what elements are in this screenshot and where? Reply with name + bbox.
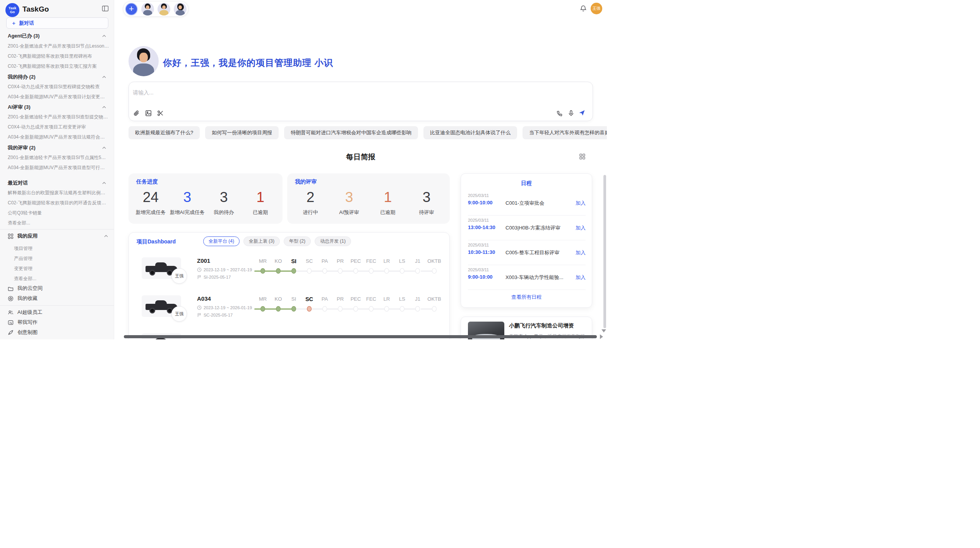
section-my-todo[interactable]: 我的待办 (2) bbox=[8, 74, 106, 80]
join-link[interactable]: 加入 bbox=[576, 200, 586, 207]
conversation-item[interactable]: C02-飞腾新能源轻客改款项目立项汇报方案 bbox=[8, 63, 109, 70]
schedule-item[interactable]: 2025/03/11 9:00-10:00 C001-立项审批会 加入 bbox=[468, 191, 586, 216]
conversation-item[interactable]: A034-全新新能源MUV产品开发项目计划变更表编写 bbox=[8, 94, 109, 100]
conversation-item[interactable]: Z001-全新燃油轻卡产品开发项目SI节点属性5D文件评审 bbox=[8, 154, 109, 161]
suggestion-chip[interactable]: 如何写一份清晰的项目周报 bbox=[205, 126, 279, 139]
tab-new-body[interactable]: 全新上装 (3) bbox=[243, 236, 280, 246]
member-avatar[interactable] bbox=[174, 3, 187, 15]
chat-input[interactable] bbox=[133, 87, 559, 98]
chevron-up-icon[interactable] bbox=[102, 34, 106, 38]
new-chat-button[interactable]: ＋新对话 bbox=[6, 17, 108, 29]
milestone-ls[interactable]: LS bbox=[394, 258, 410, 281]
milestone-si[interactable]: SI bbox=[286, 296, 302, 319]
section-my-review[interactable]: 我的评审 (2) bbox=[8, 144, 106, 151]
conversation-item[interactable]: C0X4-动力总成开发项目工程变更评审 bbox=[8, 124, 109, 130]
milestone-fec[interactable]: FEC bbox=[363, 296, 379, 319]
creative-drawing[interactable]: 创意制图 bbox=[8, 329, 108, 336]
suggestion-chip[interactable]: 比亚迪全固态电池计划具体说了什么 bbox=[423, 126, 517, 139]
app-link-project-mgmt[interactable]: 项目管理 bbox=[14, 245, 109, 252]
chevron-up-icon[interactable] bbox=[102, 146, 106, 150]
conversation-item[interactable]: 解释最新出台的欧盟报废车法规再生塑料比例被调至15%... bbox=[8, 190, 109, 196]
view-all-schedule[interactable]: 查看所有日程 bbox=[461, 294, 592, 301]
vertical-scrollbar[interactable] bbox=[603, 175, 606, 328]
milestone-label: FEC bbox=[363, 296, 379, 302]
chevron-up-icon[interactable] bbox=[102, 105, 106, 110]
schedule-item[interactable]: 2025/03/11 10:30-11:30 C005-整车工程目标评审 加入 bbox=[468, 240, 586, 265]
milestone-pr[interactable]: PR bbox=[332, 296, 348, 319]
app-link-product-mgmt[interactable]: 产品管理 bbox=[14, 255, 109, 262]
view-all-chats[interactable]: 查看全部... bbox=[8, 220, 109, 226]
send-icon[interactable] bbox=[579, 110, 585, 116]
section-ai-review[interactable]: AI评审 (3) bbox=[8, 104, 106, 111]
my-favorites[interactable]: 我的收藏 bbox=[8, 295, 108, 302]
milestone-sc[interactable]: SC bbox=[302, 258, 317, 281]
suggestion-chip[interactable]: 当下年轻人对汽车外观有怎样的喜好趋势 bbox=[523, 126, 607, 139]
attachment-icon[interactable] bbox=[133, 110, 140, 116]
member-avatar[interactable] bbox=[141, 3, 154, 15]
milestone-lr[interactable]: LR bbox=[379, 258, 394, 281]
layout-grid-icon[interactable] bbox=[579, 153, 586, 160]
conversation-item[interactable]: C02-飞腾新能源轻客改款项目的闭环通告反馈情况 bbox=[8, 200, 109, 206]
horizontal-scrollbar[interactable] bbox=[124, 335, 597, 338]
add-member-button[interactable]: + bbox=[125, 3, 138, 15]
view-all-apps[interactable]: 查看全部... bbox=[14, 276, 109, 282]
help-me-write[interactable]: 帮我写作 bbox=[8, 319, 108, 326]
join-link[interactable]: 加入 bbox=[576, 249, 586, 256]
microphone-icon[interactable] bbox=[568, 110, 574, 116]
ai-super-staff[interactable]: AI超级员工 bbox=[8, 309, 108, 316]
image-icon[interactable] bbox=[145, 110, 152, 116]
milestone-ls[interactable]: LS bbox=[394, 296, 410, 319]
milestone-oktb[interactable]: OKTB bbox=[425, 296, 443, 319]
tab-year-model[interactable]: 年型 (2) bbox=[284, 236, 311, 246]
suggestion-chip[interactable]: 特朗普可能对进口汽车增税会对中国车企造成哪些影响 bbox=[284, 126, 418, 139]
conversation-item[interactable]: A034-全新新能源MUV产品开发项目造型可行性评审 bbox=[8, 164, 109, 171]
project-row-z001[interactable]: 王强 Z001 2023-12-19 ~ 2027-01-19 SI-2025-… bbox=[129, 254, 450, 292]
milestone-j1[interactable]: J1 bbox=[410, 258, 425, 281]
milestone-sc[interactable]: SC bbox=[302, 296, 317, 319]
scissors-icon[interactable] bbox=[157, 110, 164, 116]
join-link[interactable]: 加入 bbox=[576, 224, 586, 231]
schedule-item[interactable]: 2025/03/11 9:00-10:00 X003-车辆动力学性能验... 加… bbox=[468, 265, 586, 290]
milestone-ko[interactable]: KO bbox=[271, 296, 286, 319]
join-link[interactable]: 加入 bbox=[576, 274, 586, 281]
conversation-item[interactable]: C0X4-动力总成开发项目SI里程碑提交物检查 bbox=[8, 84, 109, 90]
conversation-item[interactable]: A034-全新新能源MUV产品开发项目法规符合性评审 bbox=[8, 134, 109, 140]
my-apps[interactable]: 我的应用 bbox=[8, 233, 108, 240]
conversation-item[interactable]: Z001-全新燃油轻卡产品开发项目SI造型提交物评审 bbox=[8, 114, 109, 120]
chevron-up-icon[interactable] bbox=[104, 234, 108, 238]
conversation-item[interactable]: C02-飞腾新能源轻客改款项目里程碑画布 bbox=[8, 53, 109, 60]
milestone-j1[interactable]: J1 bbox=[410, 296, 425, 319]
milestone-mr[interactable]: MR bbox=[255, 296, 271, 319]
chevron-up-icon[interactable] bbox=[102, 181, 106, 185]
milestone-oktb[interactable]: OKTB bbox=[425, 258, 443, 281]
section-recent-chats[interactable]: 最近对话 bbox=[8, 180, 106, 187]
member-avatar[interactable] bbox=[158, 3, 170, 15]
scroll-down-arrow[interactable] bbox=[601, 329, 606, 332]
user-avatar[interactable]: 王强 bbox=[591, 3, 602, 14]
milestone-pec[interactable]: PEC bbox=[348, 296, 363, 319]
phone-icon[interactable] bbox=[557, 110, 563, 117]
notification-bell-icon[interactable] bbox=[580, 5, 587, 12]
suggestion-chip[interactable]: 欧洲新规最近颁布了什么? bbox=[128, 126, 200, 139]
conversation-item[interactable]: 公司Q3轻卡销量 bbox=[8, 210, 109, 216]
milestone-pec[interactable]: PEC bbox=[348, 258, 363, 281]
conversation-item[interactable]: Z001-全新燃油皮卡产品开发项目SI节点Lesson Learn报告 bbox=[8, 43, 109, 50]
chevron-up-icon[interactable] bbox=[102, 75, 106, 79]
milestone-mr[interactable]: MR bbox=[255, 258, 271, 281]
section-agent-done[interactable]: Agent已办 (3) bbox=[8, 33, 106, 39]
milestone-fec[interactable]: FEC bbox=[363, 258, 379, 281]
sidebar-collapse-icon[interactable] bbox=[102, 5, 109, 12]
tab-powertrain[interactable]: 动总开发 (1) bbox=[315, 236, 351, 246]
tab-all-new-platform[interactable]: 全新平台 (4) bbox=[203, 236, 240, 246]
app-link-change-mgmt[interactable]: 变更管理 bbox=[14, 265, 109, 272]
milestone-ko[interactable]: KO bbox=[271, 258, 286, 281]
my-cloud-space[interactable]: 我的云空间 bbox=[8, 285, 108, 292]
milestone-lr[interactable]: LR bbox=[379, 296, 394, 319]
scroll-right-arrow[interactable] bbox=[600, 334, 603, 339]
milestone-pa[interactable]: PA bbox=[317, 296, 332, 319]
milestone-si[interactable]: SI bbox=[286, 258, 302, 281]
milestone-pa[interactable]: PA bbox=[317, 258, 332, 281]
milestone-pr[interactable]: PR bbox=[332, 258, 348, 281]
project-row-a034[interactable]: 王强 A034 2023-12-19 ~ 2026-01-19 SC-2025-… bbox=[129, 292, 450, 330]
schedule-item[interactable]: 2025/03/11 13:00-14:30 C003|H0B-方案冻结评审 加… bbox=[468, 216, 586, 240]
